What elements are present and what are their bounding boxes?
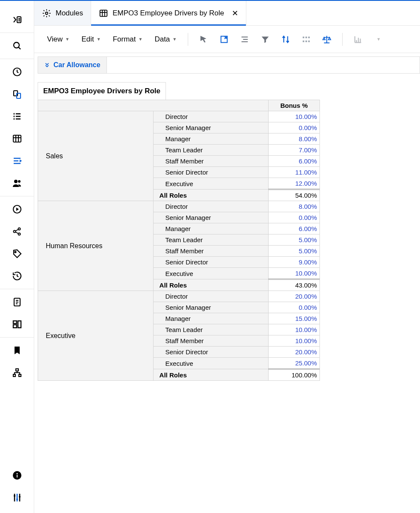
value-cell[interactable]: 10.00% (269, 268, 320, 279)
role-cell[interactable]: Senior Director (153, 257, 269, 268)
role-cell[interactable]: Director (153, 111, 269, 122)
role-cell[interactable]: Team Leader (153, 145, 269, 156)
filter-icon[interactable] (257, 31, 274, 48)
role-cell[interactable]: Staff Member (153, 246, 269, 257)
all-roles-cell[interactable]: All Roles (153, 369, 269, 381)
column-header-bonus[interactable]: Bonus % (269, 100, 320, 111)
search-icon[interactable] (5, 37, 29, 54)
value-cell[interactable]: 5.00% (269, 246, 320, 257)
value-cell[interactable]: 15.00% (269, 313, 320, 324)
header-row: Bonus % (38, 100, 320, 111)
sort-icon[interactable] (277, 31, 294, 48)
history-icon[interactable] (5, 267, 29, 285)
menu-edit[interactable]: Edit▼ (77, 33, 105, 46)
value-cell[interactable]: 9.00% (269, 257, 320, 268)
value-cell[interactable]: 0.00% (269, 302, 320, 313)
dimension-car-allowance[interactable]: Car Allowance (38, 57, 106, 73)
value-cell[interactable]: 20.00% (269, 291, 320, 302)
role-cell[interactable]: Senior Director (153, 347, 269, 358)
tab-active[interactable]: EMPO3 Employee Drivers by Role ✕ (91, 1, 246, 25)
all-roles-cell[interactable]: All Roles (153, 190, 269, 201)
value-cell[interactable]: 10.00% (269, 111, 320, 122)
menu-data[interactable]: Data▼ (150, 33, 181, 46)
role-cell[interactable]: Senior Manager (153, 122, 269, 133)
value-cell[interactable]: 10.00% (269, 335, 320, 347)
svg-point-5 (14, 114, 14, 114)
header-empty (38, 100, 269, 111)
svg-point-6 (14, 116, 14, 117)
value-cell[interactable]: 8.00% (269, 201, 320, 212)
role-cell[interactable]: Director (153, 201, 269, 212)
separator (342, 33, 343, 46)
total-value-cell[interactable]: 100.00% (269, 369, 320, 381)
document-icon[interactable] (5, 294, 29, 311)
total-value-cell[interactable]: 54.00% (269, 190, 320, 201)
department-cell[interactable]: Sales (38, 111, 154, 201)
filter-list-icon[interactable] (5, 152, 29, 169)
sliders-icon[interactable] (5, 489, 29, 506)
bookmark-icon[interactable] (5, 342, 29, 359)
people-icon[interactable] (5, 175, 29, 192)
department-cell[interactable]: Executive (38, 291, 154, 381)
cells-icon[interactable] (298, 31, 315, 48)
role-cell[interactable]: Executive (153, 178, 269, 190)
value-cell[interactable]: 10.00% (269, 324, 320, 335)
role-cell[interactable]: Manager (153, 223, 269, 234)
role-cell[interactable]: Director (153, 291, 269, 302)
align-icon[interactable] (236, 31, 253, 48)
total-value-cell[interactable]: 43.00% (269, 279, 320, 291)
role-cell[interactable]: Executive (153, 268, 269, 279)
menu-data-label: Data (154, 35, 170, 44)
close-icon[interactable]: ✕ (232, 9, 238, 18)
info-icon[interactable] (5, 467, 29, 484)
menu-view[interactable]: View▼ (43, 33, 74, 46)
tab-modules[interactable]: Modules (34, 1, 91, 25)
all-roles-cell[interactable]: All Roles (153, 279, 269, 291)
list-icon[interactable] (5, 108, 29, 125)
value-cell[interactable]: 0.00% (269, 122, 320, 133)
value-cell[interactable]: 7.00% (269, 145, 320, 156)
value-cell[interactable]: 12.00% (269, 178, 320, 190)
role-cell[interactable]: Team Leader (153, 324, 269, 335)
value-cell[interactable]: 11.00% (269, 167, 320, 178)
value-cell[interactable]: 25.00% (269, 358, 320, 369)
chart-dropdown-icon[interactable]: ▼ (370, 31, 387, 48)
data-grid[interactable]: Bonus % SalesDirector10.00%Senior Manage… (38, 100, 320, 381)
clock-icon[interactable] (5, 63, 29, 80)
role-cell[interactable]: Manager (153, 313, 269, 324)
tag-icon[interactable] (5, 245, 29, 262)
role-cell[interactable]: Staff Member (153, 156, 269, 167)
cursor-icon[interactable] (195, 31, 212, 48)
dimension-label: Car Allowance (53, 61, 101, 69)
role-cell[interactable]: Senior Manager (153, 212, 269, 223)
role-cell[interactable]: Staff Member (153, 335, 269, 347)
chart-icon[interactable] (349, 31, 367, 48)
role-cell[interactable]: Team Leader (153, 234, 269, 246)
value-cell[interactable]: 20.00% (269, 347, 320, 358)
copy-icon[interactable] (5, 86, 29, 103)
department-cell[interactable]: Human Resources (38, 201, 154, 291)
value-cell[interactable]: 6.00% (269, 156, 320, 167)
role-cell[interactable]: Executive (153, 358, 269, 369)
sidebar-expand-icon[interactable] (5, 11, 29, 28)
role-cell[interactable]: Senior Manager (153, 302, 269, 313)
menu-format[interactable]: Format▼ (109, 33, 147, 46)
role-cell[interactable]: Manager (153, 133, 269, 145)
separator (188, 33, 188, 46)
balance-icon[interactable] (318, 31, 335, 48)
expand-frame-icon[interactable] (216, 31, 233, 48)
value-cell[interactable]: 6.00% (269, 223, 320, 234)
svg-point-27 (16, 498, 18, 500)
dashboard-icon[interactable] (5, 316, 29, 333)
share-icon[interactable] (5, 223, 29, 240)
hierarchy-icon[interactable] (5, 364, 29, 381)
dimension-input[interactable] (106, 57, 420, 73)
value-cell[interactable]: 0.00% (269, 212, 320, 223)
menu-view-label: View (47, 35, 63, 44)
value-cell[interactable]: 5.00% (269, 234, 320, 246)
role-cell[interactable]: Senior Director (153, 167, 269, 178)
value-cell[interactable]: 8.00% (269, 133, 320, 145)
toolbar: View▼ Edit▼ Format▼ Data▼ ▼ (34, 26, 420, 53)
grid-table-icon[interactable] (5, 130, 29, 147)
play-circle-icon[interactable] (5, 201, 29, 218)
